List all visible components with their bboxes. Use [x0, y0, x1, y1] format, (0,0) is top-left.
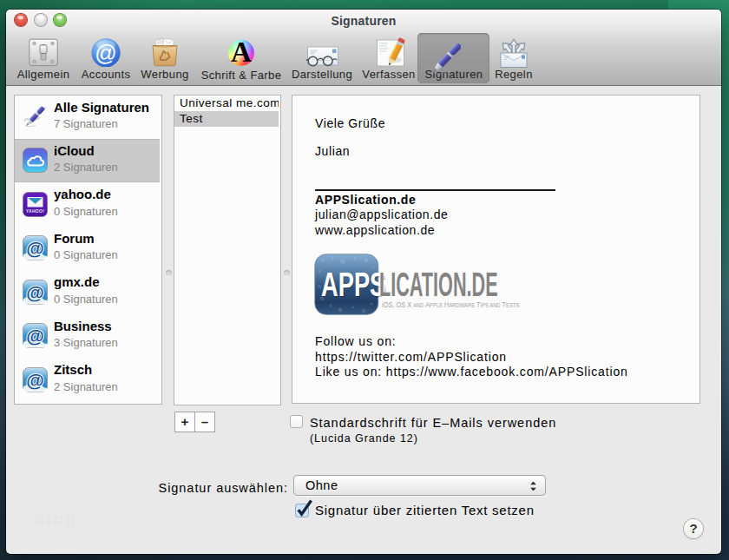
svg-text:LICATION.DE: LICATION.DE [379, 265, 498, 304]
svg-text:YAHOO!: YAHOO! [26, 208, 44, 214]
svg-text:@: @ [95, 41, 116, 65]
svg-text:@: @ [26, 238, 43, 258]
svg-text:@: @ [26, 326, 43, 346]
svg-text:iOS, OS X AND APPLE HARDWARE T: iOS, OS X AND APPLE HARDWARE TIPS AND TE… [382, 300, 520, 309]
svg-text:APPS: APPS [321, 266, 385, 303]
svg-text:@: @ [26, 282, 43, 302]
svg-text:@: @ [26, 370, 43, 390]
